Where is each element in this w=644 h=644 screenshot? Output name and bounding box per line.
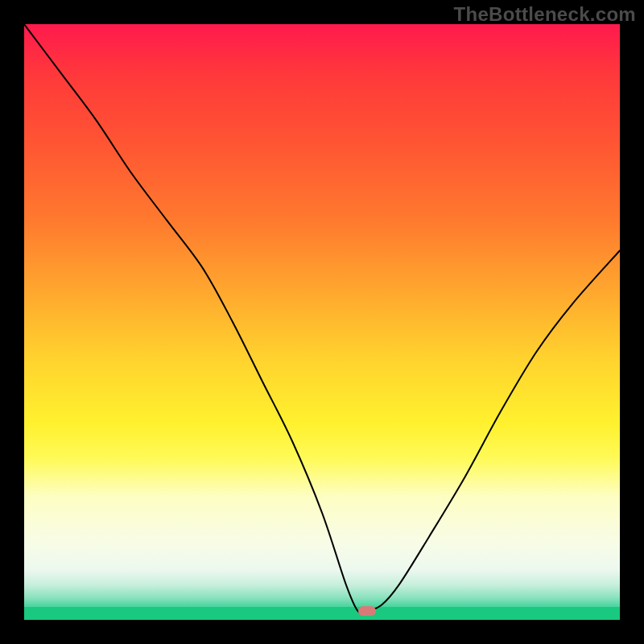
optimal-marker bbox=[358, 606, 376, 616]
chart-frame: TheBottleneck.com bbox=[0, 0, 644, 644]
bottleneck-curve-path bbox=[24, 24, 620, 613]
curve-svg bbox=[24, 24, 620, 620]
watermark-text: TheBottleneck.com bbox=[454, 3, 636, 26]
plot-area bbox=[24, 24, 620, 620]
